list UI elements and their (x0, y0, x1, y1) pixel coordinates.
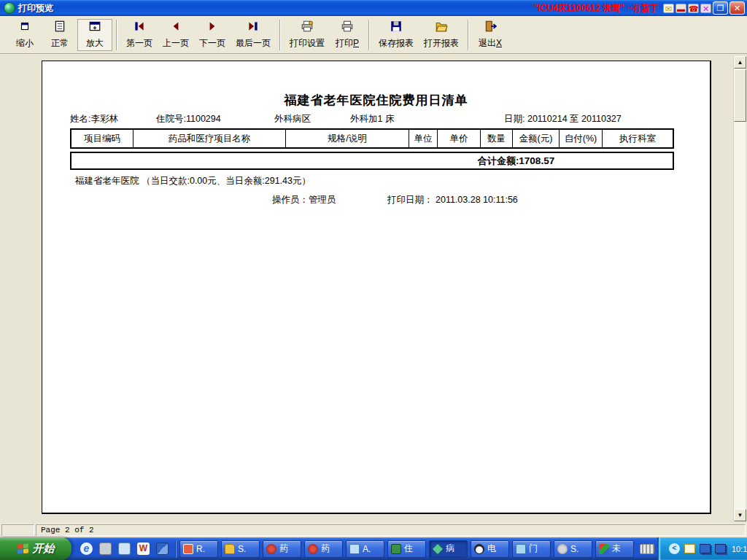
start-label: 开始 (33, 542, 55, 556)
folder-icon (225, 544, 235, 554)
toolbar-button-label: 最后一页 (236, 37, 271, 50)
prev-page-button[interactable]: 上一页 (158, 19, 194, 51)
system-tray: < 10:16 (657, 537, 747, 560)
task-button[interactable]: 未 (595, 540, 634, 558)
normal-view-icon (53, 20, 66, 36)
last-page-icon (247, 20, 260, 36)
outlook-icon[interactable] (118, 542, 131, 555)
tray-network-icon[interactable] (715, 544, 726, 553)
toolbar-button-label: 第一页 (126, 37, 152, 50)
toolbar-separator (368, 20, 370, 50)
print-button[interactable]: 打印P (330, 19, 365, 51)
status-bar: Page 2 of 2 (0, 523, 747, 537)
ward-name: 外科病区 (274, 113, 311, 125)
close-button[interactable]: ✕ (729, 1, 745, 15)
status-cell-empty (1, 524, 34, 536)
toolbar-button-label: 打印P (336, 37, 359, 50)
save-report-button[interactable]: 保存报表 (374, 19, 419, 51)
restore-button[interactable]: ❐ (713, 1, 728, 15)
toolbar-separator (468, 20, 469, 50)
toolbar-button-label: 放大 (86, 37, 104, 50)
vertical-scrollbar[interactable]: ▲ ▼ (733, 56, 746, 521)
zoom-in-button[interactable]: 放大 (77, 19, 112, 51)
exit-icon (484, 20, 497, 36)
task-button[interactable]: 门 (512, 540, 551, 558)
alert-mail-icon[interactable]: ✉ (663, 4, 674, 13)
alert-minus-icon[interactable]: ▬ (676, 4, 686, 13)
title-bar-right: "ICU4床1100612 洪鹰" --有新于 ✉ ▬ ☎ ✕ ❐ ✕ (534, 1, 745, 15)
toolbar-button-label: 缩小 (16, 37, 34, 50)
toolbar-button-label: 上一页 (163, 37, 189, 50)
next-page-icon (206, 20, 219, 36)
tray-mail-icon[interactable] (684, 544, 695, 553)
task-button[interactable]: A. (346, 540, 384, 558)
task-button[interactable]: 药 (304, 540, 343, 558)
hospital-balance-note: 福建省老年医院 （当日交款:0.00元、当日余额:291.43元） (75, 175, 311, 187)
task-app-icon (183, 544, 193, 554)
toolbar-button-label: 打印设置 (290, 37, 325, 50)
normal-view-button[interactable]: 正常 (42, 19, 77, 51)
print-date: 打印日期： 2011.03.28 10:11:56 (387, 194, 518, 206)
calculator-icon[interactable] (99, 542, 112, 555)
col-unit-price: 单价 (438, 130, 481, 147)
internet-explorer-icon[interactable]: e (80, 542, 93, 555)
app-icon (4, 2, 15, 14)
date-range: 日期: 20110214 至 20110327 (504, 113, 622, 125)
task-button[interactable]: 电 (471, 540, 509, 558)
toolbar-separator (279, 20, 281, 50)
windows-logo-icon (18, 543, 29, 554)
task-button[interactable]: S. (554, 540, 592, 558)
quick-launch: e W (71, 542, 175, 555)
alert-x-icon[interactable]: ✕ (700, 4, 711, 13)
next-page-button[interactable]: 下一页 (194, 19, 231, 51)
task-button-active[interactable]: 病 (429, 540, 468, 558)
document-title: 福建省老年医院住院费用日清单 (42, 92, 710, 109)
task-button[interactable]: 药 (263, 540, 301, 558)
task-button[interactable]: S. (221, 540, 260, 558)
show-desktop-icon[interactable] (156, 542, 169, 555)
scroll-up-icon[interactable]: ▲ (734, 56, 746, 69)
col-unit: 单位 (409, 130, 438, 147)
pharmacy-app-icon (266, 544, 276, 554)
tray-chevron-icon[interactable]: < (669, 543, 680, 554)
save-report-icon (390, 20, 403, 36)
admission-number: 住院号:1100294 (156, 113, 221, 125)
scrollbar-thumb[interactable] (734, 69, 746, 122)
w-app-icon (599, 544, 609, 554)
toolbar-button-label: 保存报表 (379, 37, 414, 50)
col-spec: 规格/说明 (286, 130, 409, 147)
inpatient-app-icon (391, 544, 401, 554)
toolbar-button-label: 正常 (51, 37, 69, 50)
exit-button[interactable]: 退出X (473, 19, 508, 51)
task-button[interactable]: 住 (387, 540, 426, 558)
new-message-alert: "ICU4床1100612 洪鹰" --有新于 (534, 2, 659, 15)
patient-app-icon (432, 543, 444, 555)
billing-table-header-row: 项目编码 药品和医疗项目名称 规格/说明 单位 单价 数量 金额(元) 自付(%… (70, 128, 674, 149)
page-indicator: Page 2 of 2 (36, 524, 746, 536)
last-page-button[interactable]: 最后一页 (231, 19, 276, 51)
open-report-icon (435, 20, 448, 36)
task-button[interactable]: R. (179, 540, 218, 558)
compass-app-icon (557, 544, 568, 554)
document-page: 福建省老年医院住院费用日清单 姓名:李彩林 住院号:1100294 外科病区 外… (42, 61, 711, 514)
scroll-down-icon[interactable]: ▼ (734, 509, 746, 521)
window-title: 打印预览 (18, 2, 53, 15)
print-setup-icon (301, 20, 314, 36)
tray-network-icon[interactable] (700, 544, 711, 553)
col-item-code: 项目编码 (71, 130, 133, 147)
total-amount-row: 合计金额: 1708.57 (70, 152, 674, 170)
toolbar-button-label: 打开报表 (424, 37, 459, 50)
input-method-keyboard-icon[interactable] (640, 544, 654, 554)
print-setup-button[interactable]: 打印设置 (285, 19, 330, 51)
zoom-out-button[interactable]: 缩小 (7, 19, 42, 51)
tray-clock: 10:16 (732, 545, 747, 553)
operator-name: 操作员：管理员 (272, 194, 336, 206)
print-preview-area: 福建省老年医院住院费用日清单 姓名:李彩林 住院号:1100294 外科病区 外… (0, 55, 747, 523)
alert-call-icon[interactable]: ☎ (688, 4, 699, 13)
first-page-button[interactable]: 第一页 (121, 19, 158, 51)
title-bar: 打印预览 "ICU4床1100612 洪鹰" --有新于 ✉ ▬ ☎ ✕ ❐ ✕ (0, 0, 747, 16)
notes-app-icon (349, 544, 360, 554)
start-button[interactable]: 开始 (0, 537, 71, 560)
media-player-icon[interactable]: W (137, 542, 150, 555)
open-report-button[interactable]: 打开报表 (419, 19, 464, 51)
